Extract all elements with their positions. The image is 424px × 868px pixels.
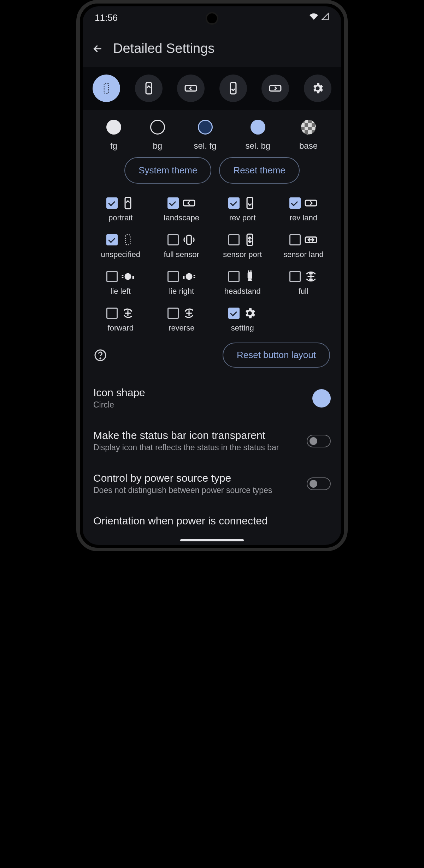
grid-headstand[interactable]: headstand bbox=[214, 270, 271, 296]
svg-rect-16 bbox=[132, 276, 134, 279]
help-row: Reset button layout bbox=[92, 340, 332, 377]
checkbox bbox=[228, 308, 240, 319]
grid-label: lie left bbox=[111, 287, 131, 296]
android-left-icon bbox=[121, 270, 135, 283]
checkbox bbox=[228, 271, 240, 282]
swatch-base bbox=[301, 120, 316, 135]
icon-shape-preview bbox=[312, 389, 331, 408]
grid-reverse[interactable]: reverse bbox=[153, 307, 211, 333]
grid-portrait[interactable]: portrait bbox=[92, 196, 149, 222]
rev-land-icon bbox=[304, 196, 318, 210]
checkbox bbox=[228, 234, 240, 245]
swatch-bg bbox=[150, 120, 165, 135]
content: fg bg sel. fg sel. bg base bbox=[83, 110, 341, 532]
status-time: 11:56 bbox=[95, 12, 118, 23]
color-label: base bbox=[299, 141, 318, 151]
checkbox bbox=[106, 308, 118, 319]
android-headstand-icon bbox=[243, 270, 257, 283]
back-icon[interactable] bbox=[92, 43, 103, 54]
color-base[interactable]: base bbox=[299, 120, 318, 151]
tab-rev-portrait[interactable] bbox=[219, 75, 247, 102]
color-bg[interactable]: bg bbox=[150, 120, 165, 151]
page-title: Detailed Settings bbox=[113, 41, 214, 56]
svg-rect-15 bbox=[122, 277, 124, 278]
svg-rect-2 bbox=[185, 85, 196, 91]
grid-label: rev port bbox=[229, 213, 256, 222]
svg-rect-20 bbox=[183, 276, 184, 279]
svg-rect-8 bbox=[305, 200, 317, 206]
toggle-off[interactable] bbox=[307, 435, 331, 447]
landscape-icon bbox=[182, 196, 196, 210]
setting-orientation-power[interactable]: Orientation when power is connected bbox=[92, 505, 332, 528]
grid-unspecified[interactable]: unspecified bbox=[92, 233, 149, 259]
grid-label: sensor port bbox=[223, 250, 262, 259]
grid-label: landscape bbox=[164, 213, 199, 222]
grid-rev-port[interactable]: rev port bbox=[214, 196, 271, 222]
grid-full[interactable]: full bbox=[275, 270, 332, 296]
settings-list: Icon shape Circle Make the status bar ic… bbox=[92, 377, 332, 528]
tab-landscape[interactable] bbox=[177, 75, 205, 102]
app-bar: Detailed Settings bbox=[83, 29, 341, 67]
svg-point-17 bbox=[186, 273, 192, 280]
color-fg[interactable]: fg bbox=[106, 120, 121, 151]
checkbox bbox=[167, 197, 179, 209]
grid-label: setting bbox=[231, 323, 254, 333]
portrait-icon bbox=[121, 196, 135, 210]
phone-frame: 11:56 Detailed Settings bbox=[76, 0, 348, 551]
toggle-off[interactable] bbox=[307, 477, 331, 490]
grid-label: reverse bbox=[169, 323, 194, 333]
nav-pill[interactable] bbox=[180, 539, 244, 541]
setting-icon-shape[interactable]: Icon shape Circle bbox=[92, 377, 332, 420]
color-label: sel. bg bbox=[245, 141, 270, 151]
grid-setting[interactable]: setting bbox=[214, 307, 271, 333]
theme-button-row: System theme Reset theme bbox=[92, 157, 332, 184]
svg-rect-21 bbox=[248, 272, 252, 279]
system-theme-button[interactable]: System theme bbox=[124, 157, 211, 184]
gear-icon bbox=[243, 307, 257, 320]
checkbox bbox=[106, 197, 118, 209]
grid-forward[interactable]: forward bbox=[92, 307, 149, 333]
setting-power-source[interactable]: Control by power source type Does not di… bbox=[92, 462, 332, 505]
grid-sensor-land[interactable]: sensor land bbox=[275, 233, 332, 259]
svg-rect-4 bbox=[270, 85, 281, 91]
grid-sensor-port[interactable]: sensor port bbox=[214, 233, 271, 259]
color-sel-bg[interactable]: sel. bg bbox=[245, 120, 270, 151]
grid-rev-land[interactable]: rev land bbox=[275, 196, 332, 222]
grid-label: lie right bbox=[169, 287, 194, 296]
orientation-grid: portrait landscape rev port bbox=[92, 196, 332, 333]
svg-rect-22 bbox=[248, 270, 249, 272]
grid-label: forward bbox=[108, 323, 134, 333]
grid-landscape[interactable]: landscape bbox=[153, 196, 211, 222]
grid-lie-right[interactable]: lie right bbox=[153, 270, 211, 296]
tab-portrait[interactable] bbox=[135, 75, 163, 102]
help-icon[interactable] bbox=[94, 349, 107, 362]
svg-rect-10 bbox=[187, 235, 191, 244]
svg-rect-19 bbox=[193, 277, 195, 278]
rev-port-icon bbox=[243, 196, 257, 210]
setting-statusbar-transparent[interactable]: Make the status bar icon transparent Dis… bbox=[92, 420, 332, 462]
grid-label: portrait bbox=[108, 213, 132, 222]
checkbox bbox=[167, 308, 179, 319]
color-sel-fg[interactable]: sel. fg bbox=[194, 120, 217, 151]
setting-title: Icon shape bbox=[93, 387, 305, 399]
tab-rev-landscape[interactable] bbox=[261, 75, 289, 102]
color-label: fg bbox=[110, 141, 117, 151]
tab-settings[interactable] bbox=[304, 75, 331, 102]
sensor-land-icon bbox=[304, 233, 318, 246]
grid-lie-left[interactable]: lie left bbox=[92, 270, 149, 296]
checkbox bbox=[167, 234, 179, 245]
svg-rect-23 bbox=[251, 270, 252, 272]
reset-layout-button[interactable]: Reset button layout bbox=[223, 343, 330, 368]
svg-rect-6 bbox=[183, 200, 195, 206]
svg-rect-3 bbox=[230, 83, 236, 94]
reset-theme-button[interactable]: Reset theme bbox=[219, 157, 299, 184]
color-label: sel. fg bbox=[194, 141, 217, 151]
checkbox bbox=[167, 271, 179, 282]
svg-rect-1 bbox=[146, 83, 152, 94]
tab-unspecified[interactable] bbox=[93, 75, 120, 102]
color-label: bg bbox=[153, 141, 162, 151]
grid-label: sensor land bbox=[283, 250, 324, 259]
grid-full-sensor[interactable]: full sensor bbox=[153, 233, 211, 259]
grid-label: full bbox=[299, 287, 308, 296]
checkbox bbox=[106, 234, 118, 245]
